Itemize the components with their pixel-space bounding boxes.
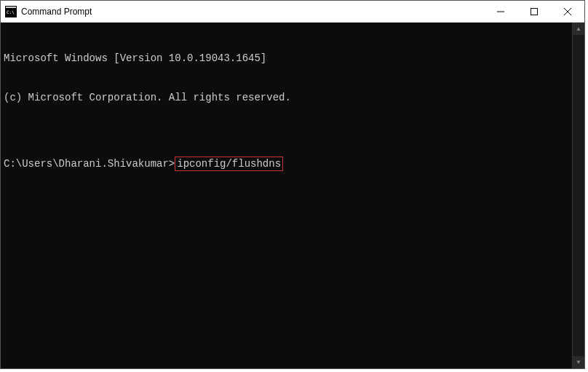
window-title: Command Prompt — [21, 7, 484, 17]
content-area: Microsoft Windows [Version 10.0.19043.16… — [1, 23, 584, 368]
svg-rect-4 — [531, 8, 538, 15]
scroll-track[interactable] — [573, 35, 584, 356]
terminal-output[interactable]: Microsoft Windows [Version 10.0.19043.16… — [1, 23, 572, 368]
copyright-line: (c) Microsoft Corporation. All rights re… — [4, 91, 569, 104]
minimize-button[interactable] — [484, 1, 517, 22]
svg-rect-1 — [6, 7, 16, 8]
scroll-down-button[interactable]: ▼ — [573, 356, 584, 368]
cmd-icon: C:\ — [5, 6, 17, 17]
maximize-button[interactable] — [517, 1, 551, 22]
scroll-up-button[interactable]: ▲ — [573, 23, 584, 35]
version-line: Microsoft Windows [Version 10.0.19043.16… — [4, 52, 569, 65]
command-prompt-window: C:\ Command Prompt Microsoft Windows [Ve… — [0, 0, 585, 369]
prompt-path: C:\Users\Dharani.Shivakumar> — [4, 157, 175, 170]
vertical-scrollbar[interactable]: ▲ ▼ — [572, 23, 584, 368]
svg-text:C:\: C:\ — [7, 9, 15, 15]
prompt-line: C:\Users\Dharani.Shivakumar>ipconfig/flu… — [4, 157, 569, 171]
close-button[interactable] — [551, 1, 584, 22]
titlebar[interactable]: C:\ Command Prompt — [1, 1, 584, 23]
command-highlight: ipconfig/flushdns — [175, 157, 283, 171]
window-controls — [484, 1, 584, 22]
